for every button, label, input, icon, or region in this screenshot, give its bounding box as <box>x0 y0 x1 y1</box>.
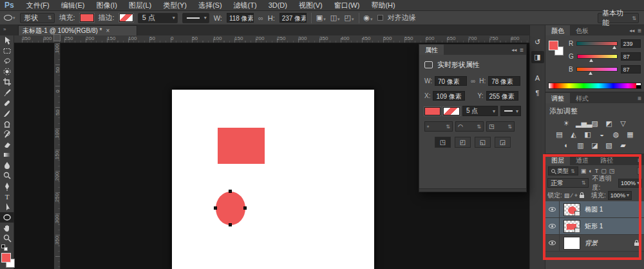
panel-menu-icon[interactable]: ≡ <box>638 27 641 34</box>
curves-icon[interactable]: ▨ <box>590 119 600 128</box>
red-slider[interactable] <box>576 41 617 46</box>
eye-icon[interactable] <box>549 241 556 245</box>
filter-smart-objects-icon[interactable]: ◳ <box>609 168 615 174</box>
hand-tool[interactable] <box>0 223 14 233</box>
black-white-icon[interactable]: ◧ <box>583 130 592 139</box>
clone-stamp-tool[interactable] <box>0 119 14 129</box>
foreground-color-swatch[interactable] <box>1 253 11 263</box>
ellipse-anchor-bottom[interactable] <box>229 223 232 226</box>
shape-height-input[interactable]: 237 像素 <box>279 13 307 23</box>
filter-adjustment-layers-icon[interactable]: ◐ <box>589 168 592 174</box>
pen-tool[interactable] <box>0 181 14 192</box>
path-selection-tool[interactable] <box>0 202 14 212</box>
brush-tool[interactable] <box>0 108 14 119</box>
color-spectrum-ramp[interactable] <box>548 83 641 89</box>
lasso-tool[interactable] <box>0 56 14 66</box>
tab-adjustments[interactable]: 调整 <box>545 93 570 103</box>
tab-color[interactable]: 颜色 <box>545 25 570 35</box>
menu-item[interactable]: 选择(S) <box>193 0 228 11</box>
move-tool[interactable] <box>0 35 14 46</box>
slider-thumb[interactable] <box>589 72 592 75</box>
path-op-intersect-button[interactable]: ◱ <box>475 137 491 148</box>
path-arrangement-button[interactable]: ◰▾ <box>345 14 354 22</box>
stroke-align-select[interactable]: ▫⇅ <box>424 121 453 132</box>
green-value-input[interactable]: 87 <box>621 52 641 61</box>
shape-h-input[interactable]: 78 像素 <box>488 76 520 86</box>
rectangle-shape[interactable] <box>218 128 265 164</box>
stroke-cap-select[interactable]: ◠⇅ <box>455 121 484 132</box>
collapse-panel-icon[interactable]: ◂◂ <box>511 47 516 53</box>
link-dimensions-icon[interactable]: ∞ <box>469 77 477 85</box>
fill-swatch[interactable] <box>80 14 94 22</box>
stroke-swatch[interactable] <box>443 107 459 115</box>
green-slider[interactable] <box>577 54 618 59</box>
filter-type-layers-icon[interactable]: T <box>595 168 599 174</box>
channel-mixer-icon[interactable]: ◍ <box>611 130 621 139</box>
layer-row-ellipse[interactable]: 椭圆 1 <box>545 201 644 218</box>
filter-kind-select[interactable]: 类型 ⇅ <box>548 166 578 175</box>
workspace-select[interactable]: 基本功能⇅ <box>598 13 639 23</box>
path-alignment-button[interactable]: ◫▾ <box>330 14 340 22</box>
document-tab[interactable]: 未标题-1 @ 100%(RGB/8) * × <box>18 25 137 35</box>
blur-tool[interactable] <box>0 160 14 170</box>
brightness-contrast-icon[interactable]: ☀ <box>562 119 571 128</box>
tab-properties[interactable]: 属性 <box>419 45 444 55</box>
ellipse-shape[interactable] <box>216 192 245 225</box>
menu-item[interactable]: 图像(I) <box>90 0 122 11</box>
levels-icon[interactable]: ▂▅▃ <box>576 119 585 128</box>
menu-item[interactable]: 滤镜(T) <box>228 0 263 11</box>
path-operations-button[interactable]: ▣▾ <box>316 14 326 22</box>
crop-tool[interactable] <box>0 77 14 87</box>
eyedropper-tool[interactable] <box>0 88 14 98</box>
tool-mode-select[interactable]: 形状⇅ <box>20 13 55 23</box>
document-canvas[interactable] <box>172 90 374 269</box>
hue-saturation-icon[interactable]: ▤ <box>554 130 564 139</box>
menu-item[interactable]: 文件(F) <box>21 0 55 11</box>
layer-name[interactable]: 背景 <box>585 239 598 248</box>
stroke-corner-select[interactable]: ◳⇅ <box>486 121 515 132</box>
stroke-style-select[interactable]: ▾ <box>182 13 209 23</box>
selective-color-icon[interactable]: ▧ <box>604 141 614 150</box>
stroke-swatch[interactable] <box>119 14 133 22</box>
menu-item[interactable]: 编辑(E) <box>55 0 91 11</box>
layer-row-background[interactable]: 背景 <box>545 235 644 252</box>
panel-resize-handle[interactable] <box>419 188 526 192</box>
ruler-origin-box[interactable] <box>53 34 61 41</box>
quick-selection-tool[interactable] <box>0 66 14 77</box>
path-op-exclude-button[interactable]: ◲ <box>495 137 511 148</box>
ellipse-anchor-left[interactable] <box>214 206 217 210</box>
panel-menu-icon[interactable]: ≡ <box>520 46 524 54</box>
menu-item[interactable]: 3D(D) <box>263 0 293 11</box>
tab-styles[interactable]: 样式 <box>570 93 594 103</box>
layer-thumbnail[interactable] <box>564 203 580 216</box>
zoom-tool[interactable] <box>0 233 14 243</box>
collapse-dock-icon[interactable]: ◂◂ <box>629 28 634 34</box>
lock-all-icon[interactable] <box>580 195 584 198</box>
filter-pixel-layers-icon[interactable]: ▣ <box>581 168 587 174</box>
vibrance-icon[interactable]: ▽ <box>618 119 628 128</box>
close-tab-icon[interactable]: × <box>106 27 110 34</box>
menu-item[interactable]: 视图(V) <box>293 0 328 11</box>
eraser-tool[interactable] <box>0 139 14 150</box>
slider-thumb[interactable] <box>589 59 593 62</box>
stroke-width-select[interactable]: 5 点▾ <box>138 13 178 23</box>
path-op-subtract-button[interactable]: ◰ <box>455 137 471 148</box>
visibility-cell[interactable] <box>545 218 560 234</box>
properties-panel-icon[interactable]: ◨ <box>531 51 544 63</box>
ellipse-anchor-right[interactable] <box>243 206 247 210</box>
blue-value-input[interactable]: 87 <box>621 65 641 74</box>
menu-item[interactable]: 图层(L) <box>123 0 157 11</box>
slider-thumb[interactable] <box>612 46 616 49</box>
visibility-cell[interactable] <box>545 201 560 217</box>
history-brush-tool[interactable] <box>0 129 14 139</box>
menu-item[interactable]: 类型(Y) <box>157 0 193 11</box>
color-lookup-icon[interactable]: ▦ <box>625 130 635 139</box>
toolbar-collapse-icon[interactable]: » <box>3 26 6 32</box>
path-op-combine-button[interactable]: ◳ <box>435 137 451 148</box>
align-edges-checkbox[interactable] <box>377 15 383 21</box>
tool-preset-button[interactable]: ▾ <box>4 15 15 21</box>
ellipse-tool[interactable] <box>0 212 14 223</box>
layer-thumbnail[interactable] <box>564 220 580 233</box>
character-panel-icon[interactable]: A <box>531 72 544 84</box>
rectangular-marquee-tool[interactable] <box>0 46 14 56</box>
